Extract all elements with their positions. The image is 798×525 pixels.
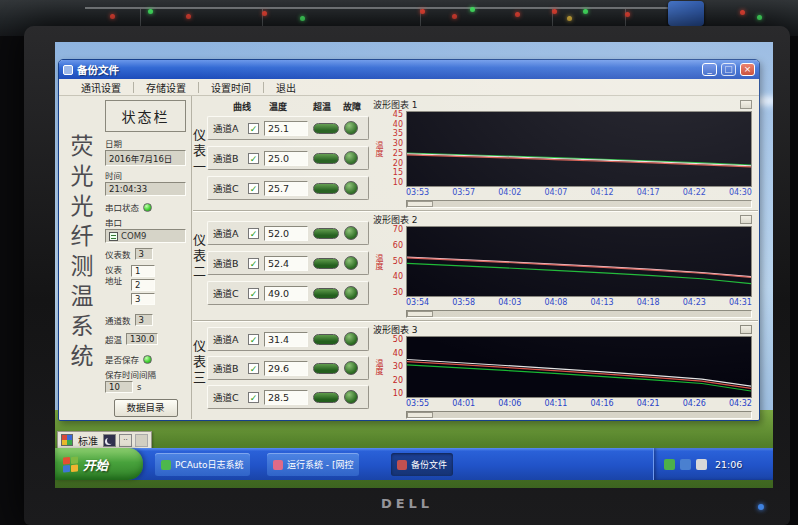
scrollbar-thumb[interactable] bbox=[407, 311, 433, 317]
curve-checkbox[interactable]: ✓ bbox=[248, 228, 259, 239]
indicator-light bbox=[110, 14, 115, 19]
monitor-power-led bbox=[758, 504, 764, 510]
app-vertical-title: 荧光光纤测温系统 bbox=[65, 134, 97, 419]
ime-punctuation-icon[interactable]: ·· bbox=[119, 434, 132, 447]
menu-storage-settings[interactable]: 存储设置 bbox=[134, 80, 198, 95]
x-axis-ticks: 03:5403:5804:0304:0804:1304:1804:2304:31 bbox=[373, 298, 752, 309]
curve-checkbox[interactable]: ✓ bbox=[248, 258, 259, 269]
menubar: 通讯设置 存储设置 设置时间 退出 bbox=[59, 79, 759, 96]
indicator-light bbox=[420, 9, 425, 14]
header-curve: 曲线 bbox=[233, 100, 251, 113]
app-icon bbox=[397, 460, 407, 470]
chart-scroll-button[interactable] bbox=[740, 215, 752, 224]
window-client-area: 荧光光纤测温系统 状态栏 日期 2016年7月16日 时间 21:04:33 串… bbox=[60, 96, 758, 419]
indicator-light bbox=[625, 12, 630, 17]
temperature-display: 49.0 bbox=[264, 286, 308, 301]
taskbar-task-log-system[interactable]: PCAuto日志系统 bbox=[155, 453, 250, 476]
serial-label: 串口 bbox=[105, 216, 186, 228]
curve-checkbox[interactable]: ✓ bbox=[248, 363, 259, 374]
menu-exit[interactable]: 退出 bbox=[264, 80, 308, 95]
fault-led bbox=[344, 121, 358, 135]
curve-checkbox[interactable]: ✓ bbox=[248, 153, 259, 164]
indicator-light bbox=[757, 15, 762, 20]
header-overtemp: 超温 bbox=[313, 100, 331, 113]
overtemp-threshold-input[interactable]: 130.0 bbox=[126, 333, 158, 345]
save-interval-input[interactable]: 10 bbox=[105, 381, 133, 393]
overtemp-led bbox=[313, 258, 339, 269]
app-icon bbox=[161, 460, 171, 470]
meter-count-input[interactable]: 3 bbox=[135, 248, 153, 260]
save-status-led[interactable] bbox=[143, 355, 152, 364]
close-button[interactable]: × bbox=[740, 63, 755, 76]
tray-icon-antivirus[interactable] bbox=[664, 459, 675, 470]
fault-led bbox=[344, 286, 358, 300]
channel-count-input[interactable]: 3 bbox=[135, 314, 153, 326]
ime-icon[interactable] bbox=[61, 434, 73, 446]
header-fault: 故障 bbox=[343, 100, 361, 113]
waveform-chart-1: 波形图表 1 温度 4540353025201510 03:5303:5704:… bbox=[373, 96, 754, 210]
channel-label: 通道C bbox=[213, 286, 243, 300]
chart-scroll-button[interactable] bbox=[740, 100, 752, 109]
channel-label: 通道B bbox=[213, 361, 243, 375]
ime-fullhalf-icon[interactable] bbox=[103, 434, 116, 447]
serial-status-label: 串口状态 bbox=[105, 201, 139, 213]
x-axis-ticks: 03:5504:0104:0604:1104:1604:2104:2604:32 bbox=[373, 399, 752, 410]
curve-checkbox[interactable]: ✓ bbox=[248, 183, 259, 194]
indicator-light bbox=[262, 11, 267, 16]
y-axis-ticks: 5040302010 bbox=[384, 336, 406, 398]
curve-checkbox[interactable]: ✓ bbox=[248, 123, 259, 134]
tray-icon-volume[interactable] bbox=[696, 459, 707, 470]
minimize-button[interactable]: _ bbox=[702, 63, 717, 76]
indicator-light bbox=[300, 16, 305, 21]
task-label: PCAuto日志系统 bbox=[175, 458, 244, 471]
y-axis-label: 温度 bbox=[373, 226, 384, 297]
time-label: 时间 bbox=[105, 169, 186, 181]
taskbar-task-backup-file[interactable]: 备份文件 bbox=[391, 453, 453, 476]
serial-port-select[interactable]: COM9 bbox=[105, 229, 186, 243]
taskbar-task-run-system[interactable]: 运行系统 - [网控 bbox=[267, 453, 359, 476]
instrument-name: 仪表三 bbox=[194, 339, 208, 387]
menu-comm-settings[interactable]: 通讯设置 bbox=[69, 80, 133, 95]
menu-set-time[interactable]: 设置时间 bbox=[199, 80, 263, 95]
overtemp-led bbox=[313, 334, 339, 345]
chart-hscrollbar[interactable] bbox=[406, 310, 752, 318]
y-axis-ticks: 7060504030 bbox=[384, 226, 406, 297]
instrument-row-2: 仪表二 通道A ✓ 52.0 通道B ✓ 52.4 bbox=[193, 210, 758, 320]
channel-row: 通道A ✓ 25.1 bbox=[207, 116, 369, 140]
meter-addr-input-1[interactable]: 1 bbox=[131, 265, 155, 277]
chart-scroll-button[interactable] bbox=[740, 325, 752, 334]
chart-hscrollbar[interactable] bbox=[406, 200, 752, 208]
date-value: 2016年7月16日 bbox=[105, 150, 186, 166]
overtemp-led bbox=[313, 288, 339, 299]
indicator-light bbox=[515, 12, 520, 17]
data-directory-button[interactable]: 数据目录 bbox=[114, 399, 178, 417]
meter-addr-input-2[interactable]: 2 bbox=[131, 279, 155, 291]
curve-checkbox[interactable]: ✓ bbox=[248, 288, 259, 299]
indicator-light bbox=[552, 9, 557, 14]
monitor-brand-logo: DELL bbox=[381, 496, 433, 511]
window-titlebar[interactable]: 备份文件 _ □ × bbox=[59, 60, 759, 79]
channel-label: 通道C bbox=[213, 390, 243, 404]
temperature-display: 31.4 bbox=[264, 332, 308, 347]
tray-icon-network[interactable] bbox=[680, 459, 691, 470]
wall-mounted-device bbox=[668, 1, 704, 26]
scrollbar-thumb[interactable] bbox=[407, 201, 433, 207]
curve-checkbox[interactable]: ✓ bbox=[248, 392, 259, 403]
start-button[interactable]: 开始 bbox=[55, 448, 143, 480]
chart-hscrollbar[interactable] bbox=[406, 411, 752, 419]
channel-row: 通道C ✓ 28.5 bbox=[207, 385, 369, 409]
channel-label: 通道B bbox=[213, 151, 243, 165]
maximize-button[interactable]: □ bbox=[721, 63, 736, 76]
meter-addr-input-3[interactable]: 3 bbox=[131, 293, 155, 305]
ime-mode-label[interactable]: 标准 bbox=[76, 433, 100, 448]
y-axis-label: 温度 bbox=[373, 111, 384, 187]
date-label: 日期 bbox=[105, 137, 186, 149]
tray-clock[interactable]: 21:06 bbox=[715, 459, 742, 470]
curve-checkbox[interactable]: ✓ bbox=[248, 334, 259, 345]
ime-minimize-button[interactable] bbox=[135, 434, 148, 447]
channel-row: 通道C ✓ 25.7 bbox=[207, 176, 369, 200]
temperature-display: 25.7 bbox=[264, 181, 308, 196]
app-window: 备份文件 _ □ × 通讯设置 存储设置 设置时间 退出 荧光光纤测温系统 bbox=[58, 59, 760, 421]
scrollbar-thumb[interactable] bbox=[407, 412, 433, 418]
overtemp-led bbox=[313, 183, 339, 194]
